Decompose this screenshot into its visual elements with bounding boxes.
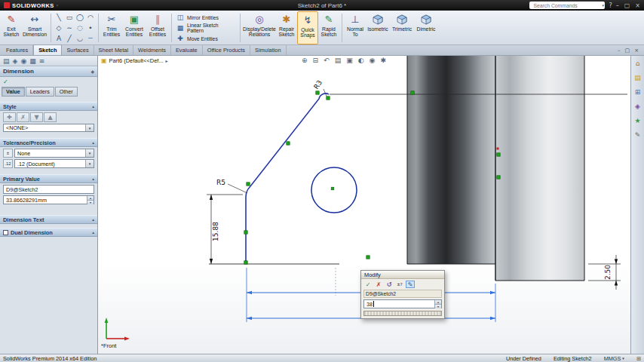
point-tool-icon[interactable]: • (85, 23, 96, 33)
tab-office-products[interactable]: Office Products (203, 45, 250, 55)
command-search[interactable]: ▾ (529, 2, 605, 9)
display-delete-relations-button[interactable]: ◎ Display/Delete Relations (243, 11, 276, 44)
doc-close-icon[interactable]: × (634, 48, 639, 54)
dimetric-view-button[interactable]: Dimetric (414, 11, 438, 44)
featuremanager-tab-icon[interactable]: ▤ (3, 57, 10, 65)
restore-button[interactable]: ▢ (624, 2, 630, 9)
section-style[interactable]: Style ▴ (0, 102, 97, 111)
dimension-r5[interactable]: R5 (216, 179, 247, 193)
modify-value-input[interactable]: 38 ▴ ▾ (363, 299, 442, 308)
sketch-profile[interactable] (246, 94, 329, 264)
help-icon[interactable]: ? (609, 2, 612, 9)
centerline-tool-icon[interactable]: ╱ (64, 33, 75, 44)
tab-sheet-metal[interactable]: Sheet Metal (94, 45, 133, 55)
dimension-offset[interactable]: 2.50 (588, 255, 621, 290)
dimension-height[interactable]: 15.88 (207, 195, 243, 264)
resources-icon[interactable]: ⌂ (636, 60, 640, 67)
smart-dimension-button[interactable]: ↔ Smart Dimension (21, 11, 48, 44)
exit-sketch-button[interactable]: ✎ Exit Sketch (2, 11, 21, 44)
previous-view-icon[interactable]: ↶ (324, 57, 330, 64)
isometric-view-button[interactable]: Isometric (366, 11, 390, 44)
error-point[interactable] (497, 148, 499, 150)
zoom-area-icon[interactable]: ⊟ (313, 57, 319, 64)
polygon-tool-icon[interactable]: ◇ (54, 23, 64, 33)
repair-sketch-button[interactable]: ✱ Repair Sketch (276, 11, 297, 44)
doc-minimize-icon[interactable]: – (618, 48, 621, 54)
mirror-entities-button[interactable]: ◫ Mirror Entities (174, 13, 238, 23)
trimetric-view-button[interactable]: Trimetric (390, 11, 414, 44)
trim-entities-button[interactable]: ✂ Trim Entities (101, 11, 122, 44)
configurationmanager-tab-icon[interactable]: ◉ (20, 57, 26, 65)
sketch-fillet-tool-icon[interactable]: ◡ (75, 33, 85, 44)
modify-dialog-title[interactable]: Modify (361, 271, 444, 279)
modify-spin-increment-button[interactable]: ±? (395, 281, 404, 288)
tolerance-dropdown[interactable]: None ▾ (14, 149, 94, 158)
spline-tool-icon[interactable]: ∼ (64, 23, 75, 33)
editing-state-label[interactable]: Editing Sketch2 (554, 355, 592, 362)
doc-restore-icon[interactable]: ▢ (625, 48, 630, 54)
tab-features[interactable]: Features (2, 45, 33, 55)
text-tool-icon[interactable]: A (54, 33, 64, 44)
close-button[interactable]: × (635, 2, 640, 9)
pin-icon[interactable]: ◆ (90, 69, 94, 74)
appearances-icon[interactable]: ★ (634, 117, 640, 124)
modify-ok-button[interactable]: ✓ (363, 281, 373, 288)
arc-tool-icon[interactable]: ◠ (85, 12, 96, 23)
normal-to-button[interactable]: ⊥ Normal To (345, 11, 366, 44)
line-tool-icon[interactable]: ╲ (54, 12, 64, 23)
style-save-icon[interactable]: ▼ (30, 112, 43, 122)
style-load-icon[interactable]: ▲ (44, 112, 57, 122)
dual-dimension-checkbox[interactable] (3, 230, 8, 235)
linear-sketch-pattern-button[interactable]: ▦ Linear Sketch Pattern (174, 23, 238, 33)
style-delete-icon[interactable]: ✗ (17, 112, 29, 122)
hide-show-items-icon[interactable]: ◉ (370, 57, 376, 64)
section-dimension-text[interactable]: Dimension Text ▴ (0, 215, 97, 224)
ellipse-tool-icon[interactable]: ◌ (75, 23, 85, 33)
quick-snaps-button[interactable]: ↯ Quick Snaps (297, 11, 318, 44)
status-options-icon[interactable]: ⊞ (636, 355, 641, 362)
value-spinner[interactable]: ▴ ▾ (87, 196, 94, 204)
modify-dialog[interactable]: Modify ✓ ✗ ↺ ±? ✎ D9@Sketch2 38 ▴ ▾ (360, 270, 445, 319)
edit-appearance-icon[interactable]: ✱ (380, 57, 386, 64)
style-favorite-icon[interactable]: ✚ (3, 112, 16, 122)
dimension-value-field[interactable]: 33.86628291mm ▴ ▾ (3, 195, 94, 204)
minimize-button[interactable]: – (616, 2, 619, 9)
spin-down-icon[interactable]: ▾ (87, 201, 94, 204)
section-view-icon[interactable]: ▤ (335, 57, 342, 64)
display-style-icon[interactable]: ◐ (358, 57, 364, 64)
tab-surfaces[interactable]: Surfaces (62, 45, 94, 55)
rectangle-tool-icon[interactable]: ▭ (64, 12, 75, 23)
tab-sketch[interactable]: Sketch (33, 44, 62, 55)
flyout-feature-tree[interactable]: ▣ Part6 (Default<<Def... ▸ (101, 57, 167, 64)
convert-entities-button[interactable]: ▣ Convert Entities (122, 11, 146, 44)
part-body[interactable] (407, 56, 584, 281)
tab-value[interactable]: Value (2, 87, 25, 97)
ok-check-icon[interactable]: ✓ (3, 78, 8, 85)
search-input[interactable] (533, 2, 600, 9)
file-explorer-icon[interactable]: ⊞ (635, 88, 641, 96)
custom-properties-icon[interactable]: ✎ (635, 131, 641, 139)
precision-dropdown[interactable]: .12 (Document) ▾ (14, 159, 94, 168)
dimension-name-field[interactable]: D9@Sketch2 (3, 185, 94, 194)
spin-down-icon[interactable]: ▾ (435, 305, 441, 308)
menu-caret-icon[interactable]: ▾ (57, 3, 59, 8)
offset-entities-button[interactable]: ∥ Offset Entities (146, 11, 169, 44)
tab-other[interactable]: Other (55, 87, 78, 97)
modify-value-spinner[interactable]: ▴ ▾ (434, 300, 441, 308)
zoom-fit-icon[interactable]: ⊕ (302, 57, 308, 64)
displaymanager-tab-icon[interactable]: ≡ (39, 57, 45, 65)
section-dual-dimension[interactable]: Dual Dimension ▴ (0, 228, 97, 237)
propertymanager-tab-icon[interactable]: ◈ (13, 57, 18, 65)
flyout-caret-icon[interactable]: ▸ (165, 58, 167, 63)
tab-evaluate[interactable]: Evaluate (171, 45, 203, 55)
view-orientation-icon[interactable]: ▣ (346, 57, 353, 64)
design-library-icon[interactable]: ▤ (634, 74, 641, 81)
value-scrubber[interactable] (363, 311, 442, 316)
view-palette-icon[interactable]: ◈ (635, 103, 640, 110)
dimxpertmanager-tab-icon[interactable]: ▦ (29, 57, 36, 65)
tab-leaders[interactable]: Leaders (26, 87, 54, 97)
section-primary-value[interactable]: Primary Value ▴ (0, 174, 97, 183)
unit-system-selector[interactable]: MMGS ▾ (604, 355, 624, 362)
move-entities-button[interactable]: ✚ Move Entities (174, 34, 238, 44)
rapid-sketch-button[interactable]: ✎ Rapid Sketch (318, 11, 339, 44)
